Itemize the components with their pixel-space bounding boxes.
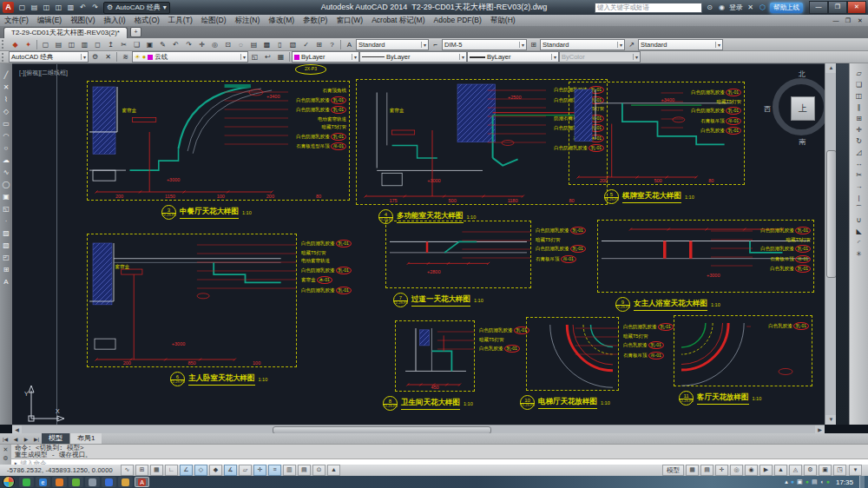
toolbar-grip[interactable] [2, 40, 7, 49]
viewcube[interactable]: 上 北 南 西 东 [766, 71, 825, 146]
text-style-icon[interactable]: A [343, 38, 356, 51]
zoom-previous-icon[interactable]: ◌ [234, 38, 247, 51]
quick-properties-toggle[interactable]: ▤ [298, 465, 311, 476]
help-online-pill[interactable]: 帮助上线 [770, 3, 803, 13]
cut-icon[interactable]: ✂ [117, 38, 130, 51]
mleader-style-combo[interactable]: Standard▾ [638, 39, 723, 50]
plot-icon[interactable]: ▥ [65, 3, 76, 13]
zoom-realtime-icon[interactable]: ◎ [208, 38, 221, 51]
plot-icon[interactable]: ▥ [78, 38, 91, 51]
close-button[interactable]: ✕ [847, 1, 866, 14]
search-icon[interactable]: ⊙ [705, 3, 714, 11]
menu-item[interactable]: 编辑(E) [33, 15, 66, 26]
volume-icon[interactable]: ◖ [820, 478, 824, 485]
plot-preview-icon[interactable]: ◻ [91, 38, 104, 51]
properties-icon[interactable]: ▤ [247, 38, 260, 51]
color-combo[interactable]: ByLayer▾ [292, 51, 359, 63]
workspace-switch-icon[interactable]: ⚙ [804, 465, 817, 476]
text-style-combo[interactable]: Standard▾ [356, 39, 429, 50]
menu-item[interactable]: 标注(N) [231, 15, 265, 26]
tab-nav-button[interactable]: |◀ [0, 436, 10, 442]
new-icon[interactable]: ▢ [16, 3, 28, 13]
explode-icon[interactable]: ✳ [854, 249, 864, 259]
drawing-tab[interactable]: T2-29-CD01天花大样图-REV03(2)* [3, 27, 128, 38]
pan-tool-icon[interactable]: ✛ [715, 465, 728, 476]
break-icon[interactable]: ⌒ [854, 204, 864, 214]
spline-icon[interactable]: ∿ [2, 168, 11, 177]
open-icon[interactable]: ▤ [29, 3, 40, 13]
viewport-controls-label[interactable]: [-][俯视][二维线框] [19, 69, 68, 77]
paste-icon[interactable]: ▣ [143, 38, 156, 51]
clipboard-icon[interactable]: ▤ [812, 478, 818, 485]
menu-item[interactable]: 文件(F) [0, 15, 33, 26]
layout-quickview-icon[interactable]: ▦ [686, 465, 699, 476]
mdi-close[interactable]: ✕ [855, 17, 865, 24]
a360-icon[interactable]: ⬡ [758, 3, 767, 11]
construction-line-icon[interactable]: ✕ [2, 82, 11, 92]
pan-icon[interactable]: ✛ [195, 38, 208, 51]
polar-toggle[interactable]: ∠ [180, 465, 193, 476]
layer-combo[interactable]: ☀ ● 云线 ▾ [132, 51, 248, 63]
tray-green-icon[interactable]: ● [806, 478, 809, 485]
match-properties-icon[interactable]: ✎ [156, 38, 169, 51]
table-style-icon[interactable]: ⊞ [527, 38, 540, 51]
save-icon[interactable]: ◫ [65, 38, 78, 51]
taskbar-app-blue[interactable] [102, 477, 116, 487]
taskbar-app-orange[interactable] [52, 477, 67, 487]
show-hidden-icon[interactable]: ▴ [785, 478, 788, 485]
annotation-monitor-toggle[interactable]: ▲ [327, 465, 340, 476]
3d-osnap-toggle[interactable]: ◆ [209, 465, 222, 476]
tab-model[interactable]: 模型 [42, 433, 69, 444]
publish-icon[interactable]: ↥ [104, 38, 117, 51]
insert-block-icon[interactable]: ▣ [2, 192, 11, 201]
exchange-apps-icon[interactable]: ✕ [746, 3, 755, 11]
redo-icon[interactable]: ↷ [182, 38, 195, 51]
multiline-text-icon[interactable]: A [2, 277, 11, 287]
ortho-toggle[interactable]: ∟ [165, 465, 178, 476]
show-desktop-button[interactable] [859, 476, 865, 488]
custom-tool-1-icon[interactable]: ◆ [9, 38, 22, 51]
menu-item[interactable]: Adobe PDF(B) [430, 15, 486, 26]
tab-nav-button[interactable]: ▶| [31, 436, 42, 442]
close-panel-icon[interactable]: ✕ [102, 50, 115, 63]
snap-toggle[interactable]: ⊞ [135, 465, 148, 476]
dim-style-combo[interactable]: DIM-5▾ [442, 39, 527, 50]
toolbar-grip[interactable] [2, 53, 7, 62]
maximize-button[interactable]: ❐ [828, 1, 847, 14]
open-icon[interactable]: ▤ [52, 38, 65, 51]
offset-icon[interactable]: ∥ [854, 102, 864, 112]
show-motion-icon[interactable]: ▶ [760, 465, 773, 476]
tab-nav-button[interactable]: ◀ [10, 436, 21, 442]
vertical-scrollbar[interactable]: ▲ ▼ [825, 63, 837, 425]
chamfer-icon[interactable]: ◣ [854, 227, 864, 236]
join-icon[interactable]: ∪ [854, 215, 864, 225]
transparency-toggle[interactable]: ▥ [283, 465, 296, 476]
status-tray-arrow[interactable]: ▾ [849, 465, 862, 476]
tab-layout1[interactable]: 布局1 [69, 433, 102, 444]
revision-cloud-icon[interactable]: ☁ [2, 155, 11, 165]
mdi-minimize[interactable]: — [831, 17, 841, 23]
annotation-autoscale-icon[interactable]: ◬ [789, 465, 802, 476]
array-icon[interactable]: ⊞ [854, 114, 864, 123]
taskbar-browser-green[interactable] [19, 477, 34, 487]
taskbar-explorer-folder[interactable] [118, 477, 133, 487]
lwt-toggle[interactable]: ≡ [268, 465, 281, 476]
make-object-layer-current-icon[interactable]: ◱ [248, 50, 261, 63]
annotation-visibility-icon[interactable]: ▲ [774, 465, 787, 476]
viewcube-west[interactable]: 西 [764, 104, 771, 114]
clean-screen-icon[interactable]: ◳ [833, 465, 846, 476]
mdi-restore[interactable]: ❐ [843, 17, 853, 24]
dim-style-icon[interactable]: ⌐ [429, 38, 442, 51]
rotate-icon[interactable]: ↻ [854, 136, 864, 146]
menu-item[interactable]: 修改(M) [264, 15, 299, 26]
viewcube-top-face[interactable]: 上 [791, 96, 815, 121]
custom-tool-2-icon[interactable]: ✦ [22, 38, 35, 51]
taskbar-internet-explorer[interactable]: e [36, 477, 50, 487]
table-icon[interactable]: ⊞ [2, 265, 11, 274]
break-at-point-icon[interactable]: | [854, 193, 864, 202]
quickcalc-icon[interactable]: ⊞ [312, 38, 326, 51]
infer-constraints-toggle[interactable]: ∿ [121, 465, 134, 476]
save-icon[interactable]: ◫ [41, 3, 52, 13]
gradient-icon[interactable]: ▧ [2, 241, 11, 250]
selection-cycling-toggle[interactable]: ⊙ [312, 465, 326, 476]
